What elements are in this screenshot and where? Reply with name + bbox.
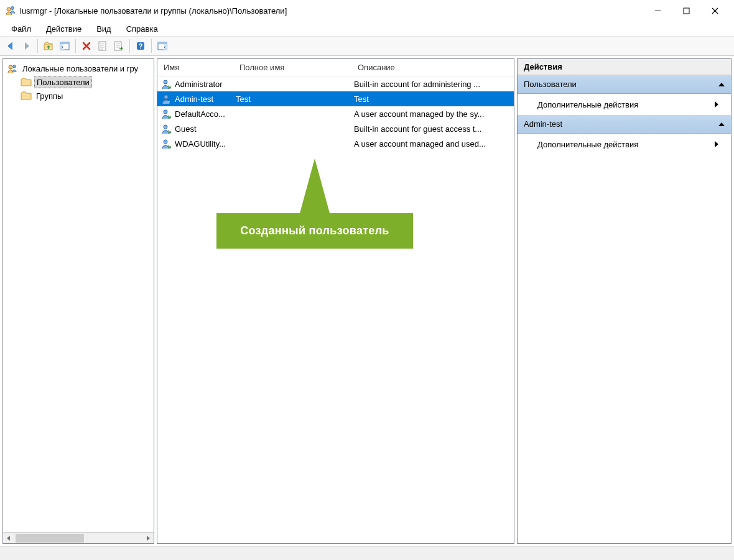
collapse-icon [718, 122, 725, 126]
list-row[interactable]: AdministratorBuilt-in account for admini… [157, 76, 514, 91]
minimize-button[interactable] [643, 1, 672, 20]
horizontal-scrollbar[interactable] [3, 532, 154, 543]
actions-item-more-2[interactable]: Дополнительные действия [518, 134, 731, 155]
close-button[interactable] [700, 1, 729, 20]
export-list-button[interactable] [111, 38, 127, 54]
tree-users-label: Пользователи [34, 76, 92, 88]
list-row[interactable]: Admin-testTestTest [157, 91, 514, 106]
callout-arrow-icon [300, 158, 330, 213]
actions-title: Действия [518, 59, 731, 75]
delete-button[interactable] [78, 38, 95, 54]
actions-section-users[interactable]: Пользователи [518, 75, 731, 94]
column-description[interactable]: Описание [351, 63, 514, 72]
app-icon [5, 5, 16, 16]
cell-description: A user account managed by the sy... [351, 109, 514, 119]
title-bar: lusrmgr - [Локальные пользователи и груп… [0, 0, 734, 21]
menu-action[interactable]: Действие [39, 22, 89, 35]
svg-point-0 [7, 7, 11, 11]
svg-rect-12 [158, 42, 167, 44]
show-hide-tree-button[interactable] [57, 38, 73, 54]
menu-view[interactable]: Вид [89, 22, 119, 35]
svg-rect-6 [60, 44, 63, 50]
svg-point-15 [13, 65, 16, 68]
maximize-button[interactable] [672, 1, 700, 20]
column-name[interactable]: Имя [157, 63, 233, 72]
column-full-name[interactable]: Полное имя [233, 63, 351, 72]
scroll-left-icon[interactable] [3, 533, 14, 543]
tree-groups-label: Группы [34, 91, 65, 101]
tree-pane: Локальные пользователи и гру Пользовател… [2, 58, 154, 544]
cell-description: Built-in account for guest access t... [351, 124, 514, 134]
toolbar-separator [129, 39, 130, 53]
cell-description: Test [351, 94, 514, 104]
annotation-callout: Созданный пользователь [216, 158, 413, 249]
nav-forward-button[interactable] [19, 38, 35, 54]
folder-icon [21, 78, 32, 86]
nav-back-button[interactable] [2, 38, 19, 54]
actions-item-more-1[interactable]: Дополнительные действия [518, 94, 731, 115]
svg-text:?: ? [139, 42, 143, 50]
tree-root-label: Локальные пользователи и гру [21, 63, 140, 74]
up-level-button[interactable] [40, 38, 57, 54]
actions-section-selection-label: Admin-test [524, 119, 562, 129]
callout-text: Созданный пользователь [216, 213, 413, 249]
svg-point-1 [11, 7, 14, 10]
menu-file[interactable]: Файл [4, 22, 39, 35]
list-pane: Имя Полное имя Описание AdministratorBui… [157, 58, 514, 544]
svg-rect-5 [60, 42, 69, 44]
collapse-icon [718, 83, 725, 86]
submenu-icon [715, 141, 718, 147]
svg-point-18 [164, 110, 167, 114]
window-title: lusrmgr - [Локальные пользователи и груп… [20, 6, 643, 16]
client-area: Локальные пользователи и гру Пользовател… [0, 56, 734, 546]
user-icon [160, 78, 172, 90]
cell-name: Admin-test [172, 94, 233, 104]
tree-body[interactable]: Локальные пользователи и гру Пользовател… [3, 59, 154, 532]
cell-name: WDAGUtility... [172, 139, 233, 149]
svg-point-19 [164, 125, 167, 129]
list-row[interactable]: GuestBuilt-in account for guest access t… [157, 121, 514, 136]
users-groups-icon [7, 63, 18, 73]
toolbar-separator [75, 39, 76, 53]
svg-rect-8 [114, 42, 121, 50]
cell-description: Built-in account for administering ... [351, 80, 514, 89]
scroll-thumb[interactable] [16, 534, 84, 543]
window-controls [643, 1, 729, 20]
svg-point-17 [164, 95, 168, 99]
show-hide-action-pane-button[interactable] [154, 38, 170, 54]
menu-help[interactable]: Справка [119, 22, 165, 35]
toolbar-separator [151, 39, 152, 53]
tree-item-users[interactable]: Пользователи [3, 75, 154, 89]
tree-item-groups[interactable]: Группы [3, 89, 154, 103]
cell-name: DefaultAcco... [172, 109, 233, 119]
status-bar [0, 546, 734, 560]
actions-section-selection[interactable]: Admin-test [518, 115, 731, 134]
svg-rect-13 [164, 44, 167, 50]
svg-rect-2 [684, 8, 689, 14]
scroll-right-icon[interactable] [142, 533, 154, 543]
list-body[interactable]: AdministratorBuilt-in account for admini… [157, 76, 514, 151]
actions-section-users-label: Пользователи [524, 80, 577, 89]
actions-item-label: Дополнительные действия [537, 140, 638, 149]
cell-name: Administrator [172, 80, 233, 89]
list-row[interactable]: WDAGUtility...A user account managed and… [157, 136, 514, 151]
list-row[interactable]: DefaultAcco...A user account managed by … [157, 106, 514, 121]
list-header: Имя Полное имя Описание [157, 59, 514, 76]
help-button[interactable]: ? [132, 38, 149, 54]
actions-item-label: Дополнительные действия [537, 100, 638, 109]
user-icon [160, 123, 172, 134]
properties-button[interactable] [95, 38, 111, 54]
user-icon [160, 138, 172, 149]
cell-description: A user account managed and used... [351, 139, 514, 149]
user-icon [160, 93, 172, 104]
toolbar-separator [37, 39, 38, 53]
svg-point-16 [164, 80, 167, 84]
cell-name: Guest [172, 124, 233, 134]
tree-root[interactable]: Локальные пользователи и гру [3, 62, 154, 75]
user-icon [160, 108, 172, 119]
submenu-icon [715, 101, 718, 108]
toolbar: ? [0, 36, 734, 56]
cell-full-name: Test [233, 94, 351, 104]
svg-point-20 [164, 140, 167, 144]
menu-bar: Файл Действие Вид Справка [0, 21, 734, 36]
